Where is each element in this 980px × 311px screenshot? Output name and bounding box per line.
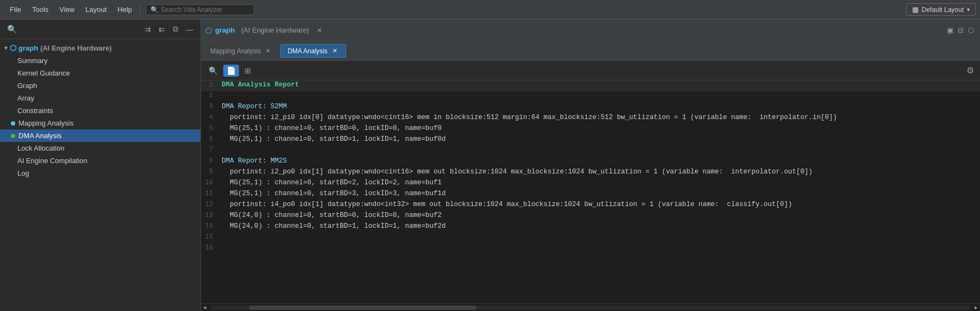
line-num-6: 6 [201, 135, 217, 146]
report-view-button[interactable]: 📄 [223, 65, 239, 77]
editor-area: ⬡ graph (AI Engine Hardware) ✕ ▣ ⊟ ⬡ Map… [201, 20, 980, 311]
editor-title: graph [215, 26, 235, 34]
line-content-3: DMA Report: S2MM [217, 102, 980, 113]
tab-dma-close[interactable]: ✕ [331, 47, 339, 55]
scroll-right-arrow[interactable]: ▸ [972, 304, 980, 311]
settings-button[interactable]: ⚙ [965, 64, 976, 77]
layout-button[interactable]: ▦ Default Layout ▾ [906, 3, 976, 16]
code-line-14: 14 MG(24,0) : channel=0, startBD=1, lock… [201, 222, 980, 233]
code-line-5: 5 MG(25,1) : channel=0, startBD=0, lockI… [201, 124, 980, 135]
sidebar-item-log[interactable]: Log [0, 167, 200, 179]
horizontal-scrollbar[interactable]: ◂ ▸ [201, 303, 980, 311]
menu-file[interactable]: File [4, 3, 27, 16]
sidebar-item-mapping-analysis[interactable]: Mapping Analysis [0, 117, 200, 129]
scrollbar-thumb[interactable] [249, 306, 476, 310]
minimize-button[interactable]: — [183, 23, 196, 35]
menu-bar: File Tools View Layout Help 🔍 ▦ Default … [0, 0, 980, 20]
code-line-13: 13 MG(24,0) : channel=0, startBD=0, lock… [201, 211, 980, 222]
line-num-2: 2 [201, 91, 217, 102]
line-num-5: 5 [201, 124, 217, 135]
editor-subtitle: (AI Engine Hardware) [241, 26, 309, 34]
sidebar-item-array[interactable]: Array [0, 92, 200, 104]
code-line-11: 11 MG(25,1) : channel=0, startBD=3, lock… [201, 189, 980, 200]
link-editor-button[interactable]: ⧉ [170, 23, 181, 35]
analysis-tabs: Mapping Analysis ✕ DMA Analysis ✕ [201, 41, 980, 61]
search-icon: 🔍 [150, 6, 159, 14]
open-external-icon[interactable]: ⬡ [966, 24, 976, 36]
collapse-icon: ▾ [4, 45, 8, 52]
constraints-label: Constraints [17, 107, 53, 115]
line-num-15: 15 [201, 233, 217, 244]
menu-help[interactable]: Help [112, 3, 137, 16]
ai-engine-compilation-label: AI Engine Compilation [17, 157, 87, 165]
graph-root-icon: ⬡ [10, 43, 16, 52]
line-content-1: DMA Analysis Report [217, 80, 980, 91]
line-content-15 [217, 233, 980, 244]
log-label: Log [17, 169, 29, 177]
code-line-1: 1 DMA Analysis Report [201, 80, 980, 91]
collapse-all-button[interactable]: ⇉ [142, 23, 154, 35]
code-view[interactable]: 1 DMA Analysis Report 2 3 DMA Report: S2… [201, 80, 980, 303]
line-num-14: 14 [201, 222, 217, 233]
line-content-5: MG(25,1) : channel=0, startBD=0, lockID=… [217, 124, 980, 135]
line-num-10: 10 [201, 178, 217, 189]
search-sidebar-button[interactable]: 🔍 [4, 23, 20, 36]
sidebar-item-dma-analysis[interactable]: DMA Analysis [0, 129, 200, 142]
line-content-12: portinst: i4_po0 idx[1] datatype:wndo<in… [217, 200, 980, 211]
tab-mapping-close[interactable]: ✕ [264, 47, 272, 55]
line-content-14: MG(24,0) : channel=0, startBD=1, lockID=… [217, 222, 980, 233]
report-toolbar: 🔍 📄 ⊞ ⚙ [201, 61, 980, 80]
line-num-9: 9 [201, 167, 217, 178]
code-line-4: 4 portinst: i2_pi0 idx[0] datatype:wndo<… [201, 113, 980, 124]
code-line-8: 8 DMA Report: MM2S [201, 157, 980, 167]
menu-view[interactable]: View [54, 3, 80, 16]
editor-space [237, 26, 239, 34]
dma-dot [11, 134, 15, 138]
sidebar-item-kernel-guidance[interactable]: Kernel Guidance [0, 67, 200, 79]
sidebar-item-graph[interactable]: Graph [0, 79, 200, 92]
code-line-16: 16 [201, 244, 980, 254]
root-label: graph [18, 44, 38, 52]
sidebar-item-constraints[interactable]: Constraints [0, 104, 200, 117]
sidebar-toolbar: 🔍 ⇉ ⇇ ⧉ — [0, 20, 200, 39]
editor-close-button[interactable]: ✕ [315, 26, 324, 35]
line-content-16 [217, 244, 980, 254]
line-content-6: MG(25,1) : channel=0, startBD=1, lockID=… [217, 135, 980, 146]
scroll-left-arrow[interactable]: ◂ [201, 304, 209, 311]
tree-root-graph[interactable]: ▾ ⬡ graph (AI Engine Hardware) [0, 41, 200, 54]
tab-dma-label: DMA Analysis [287, 47, 327, 55]
sidebar-item-lock-allocation[interactable]: Lock Allocation [0, 142, 200, 154]
line-content-8: DMA Report: MM2S [217, 157, 980, 167]
sidebar-tree: ▾ ⬡ graph (AI Engine Hardware) Summary K… [0, 39, 200, 311]
split-view-button[interactable]: ⊞ [241, 65, 254, 77]
chevron-down-icon: ▾ [967, 7, 970, 13]
line-num-13: 13 [201, 211, 217, 222]
line-content-10: MG(25,1) : channel=0, startBD=2, lockID=… [217, 178, 980, 189]
split-pane-icon[interactable]: ⊟ [956, 24, 965, 36]
menu-layout[interactable]: Layout [80, 3, 112, 16]
sidebar-item-summary[interactable]: Summary [0, 54, 200, 67]
graph-label: Graph [17, 82, 37, 90]
sidebar-item-ai-engine-compilation[interactable]: AI Engine Compilation [0, 154, 200, 167]
search-input[interactable] [161, 6, 248, 14]
search-report-button[interactable]: 🔍 [205, 65, 221, 77]
menu-tools[interactable]: Tools [27, 3, 54, 16]
kernel-guidance-label: Kernel Guidance [17, 69, 70, 77]
scrollbar-track[interactable] [211, 306, 970, 310]
code-line-9: 9 portinst: i2_po0 idx[1] datatype:wndo<… [201, 167, 980, 178]
code-line-10: 10 MG(25,1) : channel=0, startBD=2, lock… [201, 178, 980, 189]
tab-mapping-analysis[interactable]: Mapping Analysis ✕ [203, 44, 279, 58]
root-sublabel: (AI Engine Hardware) [40, 44, 111, 52]
expand-all-button[interactable]: ⇇ [156, 23, 168, 35]
editor-header: ⬡ graph (AI Engine Hardware) ✕ ▣ ⊟ ⬡ [201, 20, 980, 41]
code-line-7: 7 [201, 146, 980, 157]
array-label: Array [17, 94, 34, 102]
search-box[interactable]: 🔍 [146, 4, 254, 15]
tab-dma-analysis[interactable]: DMA Analysis ✕ [280, 44, 345, 58]
single-pane-icon[interactable]: ▣ [945, 24, 955, 36]
lock-allocation-label: Lock Allocation [17, 144, 65, 152]
line-content-2 [217, 91, 980, 102]
line-content-7 [217, 146, 980, 157]
line-num-7: 7 [201, 146, 217, 157]
line-num-16: 16 [201, 244, 217, 254]
